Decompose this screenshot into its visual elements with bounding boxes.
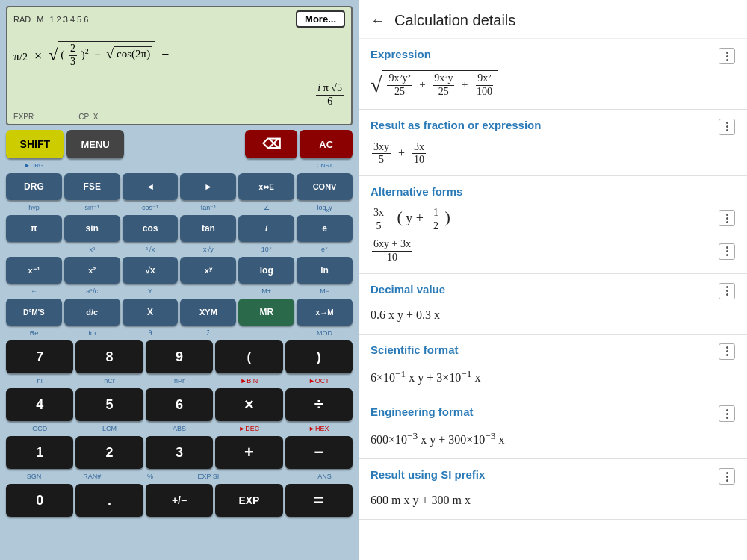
x-button[interactable]: X <box>123 299 179 326</box>
left-button[interactable]: ◄ <box>123 173 179 200</box>
expression-text: π/2 × √ ( 23 )2 − √ cos(2π) <box>13 41 169 69</box>
details-header: ← Calculation details <box>359 0 747 39</box>
alt-form-1: 3x5 ( y + 12 ) <box>371 204 735 232</box>
sin-button[interactable]: sin <box>64 215 120 242</box>
btn-2[interactable]: 2 <box>75 436 143 469</box>
label-row-456: n! nCr nPr ►BIN ►OCT <box>6 376 353 386</box>
engineering-menu-button[interactable] <box>719 405 735 422</box>
lbl-gcd: GCD <box>6 423 73 434</box>
lbl-nrty: x√y <box>180 244 236 255</box>
row-789: 7 8 9 ( ) <box>6 340 353 373</box>
btn-minus[interactable]: − <box>285 436 353 469</box>
btn-4[interactable]: 4 <box>6 388 73 421</box>
section-si-header: Result using SI prefix <box>371 468 735 485</box>
decimal-menu-button[interactable] <box>719 283 735 299</box>
xeqe-button[interactable]: x⇔E <box>238 173 294 200</box>
btn-5[interactable]: 5 <box>75 388 143 421</box>
log-button[interactable]: log <box>238 257 294 284</box>
i-button[interactable]: i <box>238 215 294 242</box>
ln-button[interactable]: ln <box>297 257 353 284</box>
xm-button[interactable]: x→M <box>297 299 353 326</box>
delete-button[interactable]: ⌫ <box>245 130 298 158</box>
btn-1[interactable]: 1 <box>6 436 73 469</box>
btn-exp[interactable]: EXP <box>215 484 282 517</box>
label-row-123: GCD LCM ABS ►DEC ►HEX <box>6 423 353 434</box>
drg-button[interactable]: DRG <box>6 173 62 200</box>
lbl-back: ← <box>6 286 62 296</box>
lbl-empty1 <box>6 244 62 255</box>
altform1-menu-button[interactable] <box>719 210 735 226</box>
row-power: x⁻¹ x² √x xʸ log ln <box>6 257 353 284</box>
m-mode: M <box>37 15 43 24</box>
row-123: 1 2 3 + − <box>6 436 353 469</box>
digit-count: 1 2 3 4 5 6 <box>49 15 88 24</box>
scientific-content: 6×10−1 x y + 3×10−1 x <box>371 366 735 388</box>
dms-button[interactable]: D°M'S <box>6 299 62 326</box>
xpow-button[interactable]: xʸ <box>180 257 236 284</box>
more-button[interactable]: More... <box>296 10 345 28</box>
btn-9[interactable]: 9 <box>146 340 213 373</box>
btn-eq[interactable]: = <box>285 484 353 517</box>
fse-button[interactable]: FSE <box>64 173 120 200</box>
conv-button[interactable]: CONV <box>297 173 353 200</box>
sqrt-button[interactable]: √x <box>123 257 179 284</box>
fraction-content: 3xy5 + 3x10 <box>371 141 735 167</box>
si-menu-button[interactable] <box>719 468 735 485</box>
fraction-menu-button[interactable] <box>719 119 735 135</box>
lbl-pct: % <box>123 471 179 482</box>
e-button[interactable]: e <box>297 215 353 242</box>
tan-button[interactable]: tan <box>180 215 236 242</box>
altform2-menu-button[interactable] <box>719 243 735 260</box>
btn-8[interactable]: 8 <box>75 340 143 373</box>
section-scientific-header: Scientific format <box>371 343 735 360</box>
btn-div[interactable]: ÷ <box>285 388 353 421</box>
pi-button[interactable]: π <box>6 215 62 242</box>
btn-rparen[interactable]: ) <box>285 340 353 373</box>
btn-plusminus[interactable]: +/− <box>146 484 213 517</box>
lbl-ans: ANS <box>297 471 353 482</box>
lbl-cosinv: cos⁻¹ <box>123 202 179 213</box>
lbl-left <box>123 161 179 171</box>
btn-lparen[interactable]: ( <box>215 340 282 373</box>
lbl-xcube: x³ <box>64 244 120 255</box>
shift-button[interactable]: SHIFT <box>6 130 64 158</box>
section-si: Result using SI prefix 600 m x y + 300 m… <box>359 459 747 520</box>
lbl-empty3 <box>238 328 294 338</box>
lbl-hex: ►HEX <box>285 423 353 434</box>
lbl-fse <box>64 161 120 171</box>
cos-button[interactable]: cos <box>123 215 179 242</box>
xinv-button[interactable]: x⁻¹ <box>6 257 62 284</box>
lbl-ex: eˣ <box>297 244 353 255</box>
lbl-bin: ►BIN <box>215 376 282 386</box>
label-row-drg: ►DRG CNST <box>6 161 353 171</box>
dfrac-button[interactable]: d/c <box>64 299 120 326</box>
mr-button[interactable]: MR <box>238 299 294 326</box>
btn-0[interactable]: 0 <box>6 484 73 517</box>
xsq-button[interactable]: x² <box>64 257 120 284</box>
lbl-y: Y <box>123 286 179 296</box>
btn-mul[interactable]: × <box>215 388 282 421</box>
lbl-mminus: M− <box>297 286 353 296</box>
details-title: Calculation details <box>394 12 515 29</box>
expr-label: EXPR <box>13 113 34 121</box>
back-button[interactable]: ← <box>371 12 385 29</box>
menu-button[interactable]: MENU <box>66 130 125 158</box>
btn-3[interactable]: 3 <box>146 436 213 469</box>
section-fraction-title: Result as fraction or expression <box>371 119 541 131</box>
engineering-content: 600×10−3 x y + 300×10−3 x <box>371 428 735 449</box>
lbl-npr: nPr <box>146 376 213 386</box>
lbl-empty4 <box>238 471 294 482</box>
right-button[interactable]: ► <box>180 173 236 200</box>
lbl-ran: RAN# <box>64 471 120 482</box>
display-bottom-labels: EXPR CPLX <box>13 111 345 121</box>
btn-6[interactable]: 6 <box>146 388 213 421</box>
btn-plus[interactable]: + <box>215 436 282 469</box>
ac-button[interactable]: AC <box>300 130 353 158</box>
xym-button[interactable]: XYM <box>180 299 236 326</box>
section-decimal-title: Decimal value <box>371 283 445 296</box>
expression-menu-button[interactable] <box>719 48 735 64</box>
section-scientific-title: Scientific format <box>371 343 459 356</box>
btn-7[interactable]: 7 <box>6 340 73 373</box>
scientific-menu-button[interactable] <box>719 343 735 360</box>
btn-dot[interactable]: . <box>75 484 143 517</box>
